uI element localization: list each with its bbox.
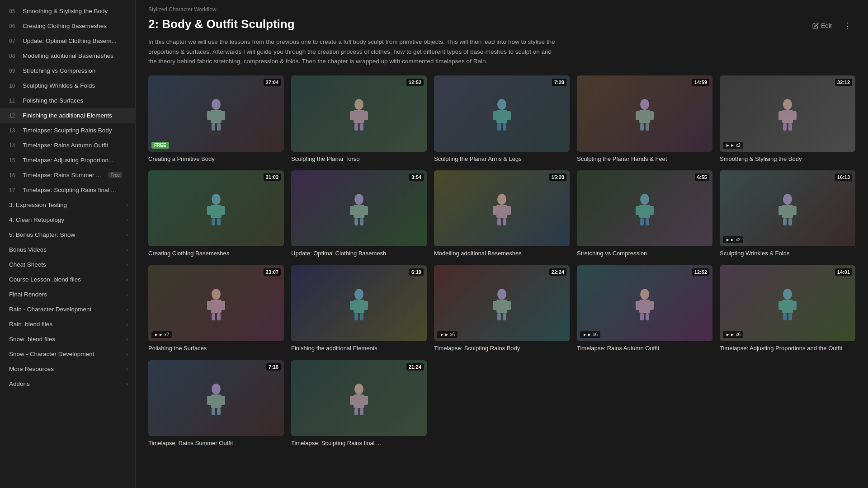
speed-badge: ►► x6 [437, 331, 458, 338]
video-title: Modelling additional Basemeshes [434, 249, 570, 258]
video-card-8[interactable]: 15:20 Modelling additional Basemeshes [434, 170, 570, 258]
sidebar-section-rain--blend-files[interactable]: Rain .blend files › [0, 317, 135, 332]
svg-rect-23 [646, 123, 649, 131]
svg-rect-87 [792, 301, 797, 310]
breadcrumb: Stylized Character Workflow [148, 0, 855, 17]
video-card-10[interactable]: 16:13 ►► x2 Sculpting Wrinkles & Folds [720, 170, 855, 258]
video-duration: 32:12 [835, 79, 852, 86]
sidebar-item-left: 09 Stretching vs Compression [9, 67, 95, 74]
video-thumbnail: 15:20 [434, 170, 570, 247]
sidebar-item-11[interactable]: 11 Polishing the Surfaces [0, 93, 135, 108]
sidebar-item-12[interactable]: 12 Finishing the additional Elements [0, 108, 135, 123]
sidebar-section-rain---character-development[interactable]: Rain - Character Development › [0, 302, 135, 317]
video-thumbnail: 6:19 [291, 265, 427, 342]
svg-rect-40 [354, 218, 358, 225]
svg-rect-77 [503, 313, 506, 320]
sidebar-item-17[interactable]: 17 Timelapse: Sculpting Rains final ... [0, 183, 135, 197]
video-card-11[interactable]: 23:07 ►► x2 Polishing the Surfaces [148, 265, 284, 353]
svg-rect-21 [649, 111, 654, 120]
svg-rect-55 [782, 205, 793, 218]
sidebar-item-08[interactable]: 08 Modelling additional Basemeshes [0, 48, 135, 63]
video-thumbnail: 21:02 [148, 170, 284, 247]
sidebar-item-left: 06 Creating Clothing Basemeshes [9, 23, 107, 29]
sidebar-section-3--expression-testing[interactable]: 3: Expression Testing › [0, 197, 135, 212]
sidebar-section-cheat-sheets[interactable]: Cheat Sheets › [0, 257, 135, 272]
sidebar-item-label: Timelapse: Rains Autumn Outfit [23, 142, 108, 149]
sidebar-section-label: 4: Clean Retopology [9, 216, 64, 223]
video-card-12[interactable]: 6:19 Finishing the additional Elements [291, 265, 427, 353]
sidebar-num: 14 [9, 142, 18, 149]
video-duration: 21:02 [264, 174, 281, 181]
svg-rect-94 [212, 408, 215, 415]
video-duration: 14:01 [835, 268, 852, 276]
sidebar-section-label: Snow - Character Development [9, 351, 94, 357]
thumb-figure [434, 75, 570, 152]
sidebar-item-14[interactable]: 14 Timelapse: Rains Autumn Outfit [0, 138, 135, 153]
sidebar-section-label: Course Lesson .blend files [9, 276, 81, 283]
more-options-button[interactable]: ⋮ [840, 19, 855, 33]
sidebar-section-addons[interactable]: Addons › [0, 376, 135, 391]
svg-rect-92 [207, 396, 212, 405]
svg-rect-10 [354, 123, 358, 131]
video-duration: 16:13 [835, 174, 852, 181]
video-title: Sculpting the Planar Arms & Legs [434, 155, 570, 163]
video-card-14[interactable]: 12:52 ►► x6 Timelapse: Rains Autumn Outf… [577, 265, 712, 353]
sidebar-item-07[interactable]: 07 Update: Optimal Clothing Basem... [0, 33, 135, 48]
svg-rect-86 [778, 301, 783, 310]
sidebar-item-09[interactable]: 09 Stretching vs Compression [0, 63, 135, 78]
svg-rect-79 [639, 300, 650, 313]
svg-rect-52 [640, 218, 644, 225]
sidebar-section-bonus-videos[interactable]: Bonus Videos › [0, 242, 135, 257]
video-card-5[interactable]: 32:12 ►► x2 Smoothing & Stylising the Bo… [720, 75, 855, 163]
sidebar-item-13[interactable]: 13 Timelapse: Sculpting Rains Body [0, 123, 135, 138]
sidebar-item-label: Stretching vs Compression [23, 67, 95, 74]
svg-rect-44 [493, 206, 497, 215]
video-card-17[interactable]: 21:24 Timelapse: Sculpting Rains final .… [291, 360, 427, 448]
svg-rect-19 [639, 110, 650, 123]
sidebar-section-5--bonus-chapter--snow[interactable]: 5: Bonus Chapter: Snow › [0, 227, 135, 242]
video-card-15[interactable]: 14:01 ►► x6 Timelapse: Adjusting Proport… [720, 265, 855, 353]
edit-icon [812, 23, 819, 29]
svg-rect-95 [217, 408, 221, 415]
video-title: Sculpting the Planar Hands & Feet [577, 155, 712, 163]
sidebar-num: 13 [9, 127, 18, 134]
video-duration: 6:55 [695, 174, 709, 181]
sidebar-section-4--clean-retopology[interactable]: 4: Clean Retopology › [0, 212, 135, 227]
video-title: Creating Clothing Basemeshes [148, 249, 284, 258]
thumb-figure [720, 265, 855, 342]
video-card-6[interactable]: 21:02 Creating Clothing Basemeshes [148, 170, 284, 258]
svg-rect-71 [360, 313, 363, 320]
sidebar-section-course-lesson--blend-files[interactable]: Course Lesson .blend files › [0, 272, 135, 287]
video-card-13[interactable]: 22:24 ►► x6 Timelapse: Sculpting Rains B… [434, 265, 570, 353]
sidebar-item-16[interactable]: 16 Timelapse: Rains Summer ... Free [0, 168, 135, 183]
svg-rect-45 [506, 206, 511, 215]
svg-rect-100 [354, 408, 358, 415]
sidebar-section-more-resources[interactable]: More Resources › [0, 361, 135, 376]
video-card-9[interactable]: 6:55 Stretching vs Compression [577, 170, 712, 258]
video-card-4[interactable]: 14:59 Sculpting the Planar Hands & Feet [577, 75, 712, 163]
sidebar-item-05[interactable]: 05 Smoothing & Stylising the Body [0, 4, 135, 19]
video-thumbnail: 16:13 ►► x2 [720, 170, 855, 247]
svg-point-30 [212, 194, 221, 205]
sidebar-section-snow--blend-files[interactable]: Snow .blend files › [0, 332, 135, 347]
sidebar-item-10[interactable]: 10 Sculpting Wrinkles & Folds [0, 78, 135, 93]
sidebar-item-15[interactable]: 15 Timelapse: Adjusting Proportion... [0, 153, 135, 168]
svg-rect-4 [212, 123, 215, 131]
video-card-1[interactable]: 27:04 FREE Creating a Primitive Body [148, 75, 284, 163]
sidebar-section-label: Rain .blend files [9, 321, 52, 328]
video-card-2[interactable]: 12:52 Sculpting the Planar Torso [291, 75, 427, 163]
svg-rect-43 [496, 205, 507, 218]
edit-button[interactable]: Edit [809, 20, 835, 31]
video-card-16[interactable]: 7:16 Timelapse: Rains Summer Outfit [148, 360, 284, 448]
sidebar-section-final-renders[interactable]: Final Renders › [0, 287, 135, 302]
sidebar-section-snow---character-development[interactable]: Snow - Character Development › [0, 347, 135, 361]
chapter-description: In this chapter we will use the lessons … [148, 37, 555, 66]
sidebar-num: 15 [9, 157, 18, 164]
svg-point-96 [354, 384, 363, 394]
video-card-7[interactable]: 3:54 Update: Optimal Clothing Basemesh [291, 170, 427, 258]
sidebar-item-06[interactable]: 06 Creating Clothing Basemeshes [0, 19, 135, 33]
video-card-3[interactable]: 7:28 Sculpting the Planar Arms & Legs [434, 75, 570, 163]
sidebar-item-left: 07 Update: Optimal Clothing Basem... [9, 38, 117, 44]
sidebar-num: 07 [9, 38, 18, 44]
thumb-figure [291, 360, 427, 436]
